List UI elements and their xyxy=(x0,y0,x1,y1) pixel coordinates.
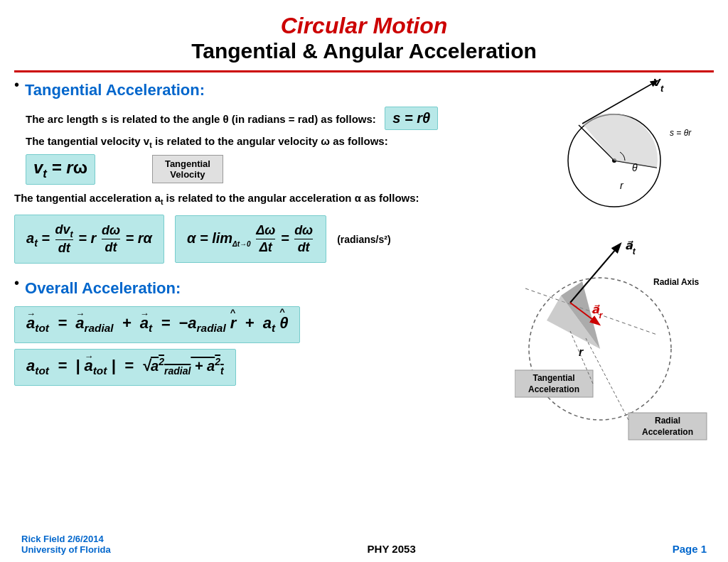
formula-vt-romega: vt = rω xyxy=(26,154,95,185)
institution: University of Florida xyxy=(21,544,111,555)
main-title: Circular Motion xyxy=(0,13,728,39)
section2-header: • Overall Acceleration: xyxy=(14,274,504,301)
svg-text:Acceleration: Acceleration xyxy=(642,427,693,437)
svg-text:θ: θ xyxy=(632,162,638,173)
svg-text:r: r xyxy=(579,346,584,358)
arc-length-desc: The arc length s is related to the angle… xyxy=(26,104,504,133)
tang-accel-desc: The tangential acceleration at is relate… xyxy=(14,192,504,206)
radians-label: (radians/s²) xyxy=(337,234,390,245)
course-code: PHY 2053 xyxy=(368,543,416,555)
page-number: Page 1 xyxy=(673,543,707,555)
svg-text:Radial: Radial xyxy=(655,416,680,426)
formula-atot-vector: → a tot = → a radial + → a t = −aradial xyxy=(14,306,300,342)
section1-title: Tangential Acceleration: xyxy=(25,81,205,99)
page: Circular Motion Tangential & Angular Acc… xyxy=(0,0,728,562)
header: Circular Motion Tangential & Angular Acc… xyxy=(0,0,728,67)
svg-text:Acceleration: Acceleration xyxy=(528,384,579,394)
formula-s-rtheta: s = rθ xyxy=(385,107,438,130)
section1-header: • Tangential Acceleration: xyxy=(14,75,504,102)
tangential-vel-desc: The tangential velocity vt is related to… xyxy=(26,135,504,149)
svg-text:a⃗t: a⃗t xyxy=(625,239,636,256)
svg-text:r: r xyxy=(620,180,624,191)
svg-text:a⃗r: a⃗r xyxy=(592,303,604,320)
svg-text:Tangential: Tangential xyxy=(532,373,574,383)
svg-text:s = θr: s = θr xyxy=(670,128,692,138)
author-name: Rick Field 2/6/2014 xyxy=(21,534,111,544)
tangential-velocity-label: TangentialVelocity xyxy=(152,155,223,183)
bullet2: • xyxy=(14,275,19,291)
bullet1: • xyxy=(14,77,19,93)
svg-line-13 xyxy=(570,244,620,303)
svg-text:vt: vt xyxy=(653,75,664,94)
section2-title: Overall Acceleration: xyxy=(25,279,181,298)
formula-at-full: at = dvt dt = r dω dt = rα xyxy=(14,215,164,264)
sub-title: Tangential & Angular Acceleration xyxy=(0,39,728,63)
tangential-velocity-diagram: vt s = θr θ r xyxy=(515,68,714,210)
formula-atot-magnitude: atot = | → a tot | = √a2radial + a2t xyxy=(14,349,236,386)
formula-alpha-lim: α = limΔt→0 Δω Δt = dω dt xyxy=(175,215,326,263)
footer: Rick Field 2/6/2014 University of Florid… xyxy=(0,534,728,555)
acceleration-diagram: Radial Axis r a⃗t xyxy=(515,217,714,452)
svg-text:Radial Axis: Radial Axis xyxy=(653,277,700,287)
footer-author-info: Rick Field 2/6/2014 University of Florid… xyxy=(21,534,111,555)
